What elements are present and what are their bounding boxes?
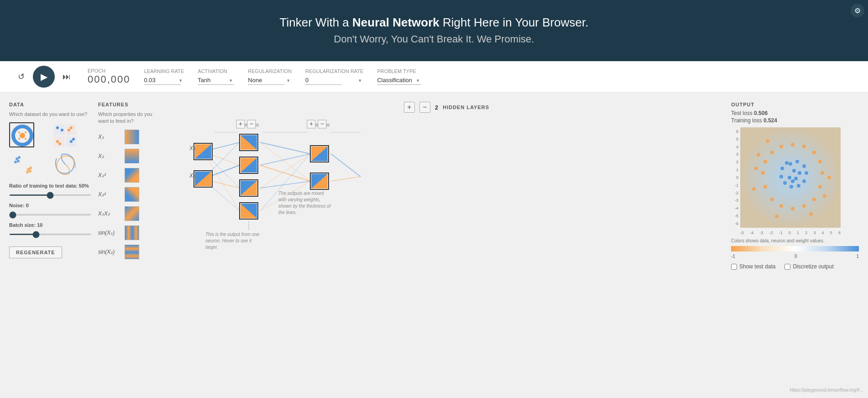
dataset-xor[interactable] bbox=[52, 122, 77, 147]
regularization-select-wrapper: NoneL1L2 bbox=[248, 76, 292, 85]
svg-point-50 bbox=[818, 185, 822, 189]
learning-rate-select[interactable]: 0.030.010.1 bbox=[144, 76, 181, 85]
svg-point-2 bbox=[21, 126, 23, 127]
svg-point-70 bbox=[797, 184, 800, 188]
feature-sinx1-thumb[interactable] bbox=[125, 225, 139, 240]
remove-layer-button[interactable]: − bbox=[419, 102, 430, 113]
features-list: X₁ X₂ X₁² X₂² X₁X₂ sin(X₁) bbox=[98, 130, 162, 259]
show-test-data-label[interactable]: Show test data bbox=[731, 263, 775, 270]
svg-point-54 bbox=[779, 204, 783, 208]
svg-point-75 bbox=[785, 161, 789, 165]
output-panel: OUTPUT Test loss 0.506 Training loss 0.5… bbox=[731, 102, 859, 377]
input-x2-thumb bbox=[195, 172, 211, 186]
svg-point-18 bbox=[70, 126, 73, 129]
svg-point-19 bbox=[68, 129, 70, 131]
svg-point-52 bbox=[802, 204, 806, 208]
svg-point-46 bbox=[802, 145, 806, 148]
layer1-n4-thumb bbox=[241, 204, 257, 218]
regenerate-button[interactable]: REGENERATE bbox=[9, 246, 62, 258]
svg-point-59 bbox=[766, 139, 769, 143]
dataset-circle[interactable] bbox=[9, 122, 34, 147]
network-svg: 4 neurons 2 neurons + − + bbox=[169, 117, 724, 263]
noise-label: Noise: 0 bbox=[9, 203, 91, 208]
svg-rect-22 bbox=[10, 152, 34, 176]
svg-point-14 bbox=[56, 126, 59, 129]
annotation-text-1: This is the output from one neuron. Hove… bbox=[205, 231, 265, 263]
conn-l2n1-out bbox=[331, 154, 361, 177]
activation-select[interactable]: TanhReLUSigmoidLinear bbox=[198, 76, 234, 85]
feature-x2sq-thumb[interactable] bbox=[125, 187, 139, 202]
network-panel: + − 2 HIDDEN LAYERS 4 neurons 2 neurons … bbox=[169, 102, 724, 377]
regularization-select[interactable]: NoneL1L2 bbox=[248, 76, 284, 85]
layer1-n2-thumb bbox=[241, 158, 257, 173]
activation-label: Activation bbox=[198, 68, 234, 74]
feature-sinx2-thumb[interactable] bbox=[125, 245, 139, 259]
discretize-output-checkbox[interactable] bbox=[784, 264, 790, 270]
reset-button[interactable]: ↺ bbox=[14, 69, 28, 84]
dataset-gaussian[interactable] bbox=[9, 151, 34, 176]
feature-x2sq-label: X₂² bbox=[98, 191, 121, 198]
feature-x2-thumb[interactable] bbox=[125, 149, 139, 163]
svg-point-6 bbox=[18, 131, 20, 133]
layer2-n2-thumb bbox=[311, 174, 328, 189]
layer1-add-button[interactable]: + bbox=[236, 120, 245, 128]
reg-rate-select[interactable]: 00.0010.01 bbox=[305, 76, 342, 85]
feature-sinx2: sin(X₂) bbox=[98, 245, 162, 259]
svg-point-78 bbox=[794, 177, 798, 180]
svg-text:+: + bbox=[309, 120, 313, 127]
github-icon[interactable]: ⚙ bbox=[851, 4, 864, 17]
dataset-spiral[interactable] bbox=[52, 151, 77, 176]
svg-point-51 bbox=[812, 198, 816, 201]
layer2-remove-button[interactable]: − bbox=[318, 120, 326, 128]
svg-point-4 bbox=[21, 144, 23, 146]
ratio-slider[interactable] bbox=[9, 194, 91, 196]
svg-point-25 bbox=[17, 160, 20, 162]
playback-controls: ↺ ▶ ⏭ bbox=[14, 66, 74, 88]
input-x1-label: X₁ bbox=[189, 145, 195, 152]
add-layer-button[interactable]: + bbox=[404, 102, 415, 113]
feature-x1-label: X₁ bbox=[98, 134, 121, 140]
svg-point-76 bbox=[792, 169, 796, 173]
layer1-n1-thumb bbox=[241, 135, 257, 150]
data-panel: DATA Which dataset do you want to use? bbox=[9, 102, 91, 377]
svg-point-26 bbox=[14, 161, 17, 163]
layer1-remove-button[interactable]: − bbox=[247, 120, 256, 128]
feature-x2: X₂ bbox=[98, 149, 162, 163]
feature-x1-thumb[interactable] bbox=[125, 130, 139, 144]
noise-section: Noise: 0 bbox=[9, 203, 91, 217]
activation-param: Activation TanhReLUSigmoidLinear bbox=[198, 68, 234, 85]
svg-point-61 bbox=[823, 194, 826, 198]
footer-url: https://playground.tensorflow.org/#... bbox=[0, 386, 868, 394]
svg-point-8 bbox=[18, 138, 20, 140]
show-test-data-checkbox[interactable] bbox=[731, 264, 737, 270]
feature-x1sq-thumb[interactable] bbox=[125, 168, 139, 183]
play-button[interactable]: ▶ bbox=[33, 66, 55, 88]
svg-point-16 bbox=[70, 140, 73, 143]
layer2-add-button[interactable]: + bbox=[307, 120, 315, 128]
dataset-spiral-icon bbox=[53, 152, 77, 176]
ratio-label: Ratio of training to test data: 50% bbox=[9, 183, 91, 189]
network-visualization: 4 neurons 2 neurons + − + bbox=[169, 117, 724, 263]
svg-point-41 bbox=[761, 171, 765, 175]
svg-point-3 bbox=[31, 135, 32, 136]
svg-point-73 bbox=[779, 175, 783, 178]
batch-slider[interactable] bbox=[9, 234, 91, 235]
svg-point-64 bbox=[752, 187, 756, 191]
network-header: + − 2 HIDDEN LAYERS bbox=[169, 102, 724, 113]
feature-x1: X₁ bbox=[98, 130, 162, 144]
features-panel: FEATURES Which properties do you want to… bbox=[98, 102, 162, 377]
layer2-n1-thumb bbox=[311, 147, 328, 161]
noise-slider[interactable] bbox=[9, 214, 91, 215]
svg-point-77 bbox=[788, 176, 791, 179]
svg-point-65 bbox=[789, 162, 792, 166]
svg-text:−: − bbox=[250, 120, 253, 127]
svg-point-7 bbox=[25, 131, 26, 133]
conn-l1n2-l2n2 bbox=[260, 165, 310, 181]
feature-x1x2-label: X₁X₂ bbox=[98, 210, 121, 217]
output-scatter-svg bbox=[740, 127, 841, 228]
discretize-output-label[interactable]: Discretize output bbox=[784, 263, 833, 270]
feature-x1x2-thumb[interactable] bbox=[125, 206, 139, 221]
problem-type-select[interactable]: ClassificationRegression bbox=[377, 76, 421, 85]
step-button[interactable]: ⏭ bbox=[59, 69, 74, 84]
dataset-grid bbox=[9, 122, 91, 176]
